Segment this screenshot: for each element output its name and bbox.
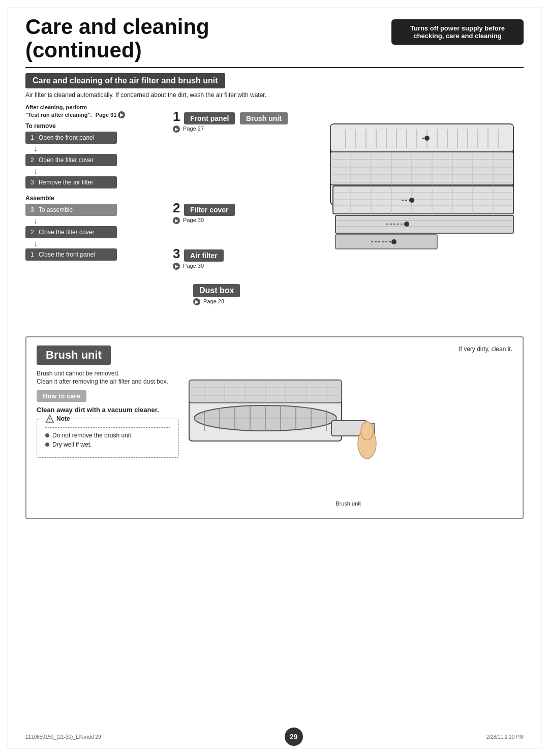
step-assemble-1: 1 Close the front panel [25,248,117,261]
svg-point-57 [49,421,50,422]
warning-box: Turns off power supply before checking, … [391,19,524,45]
svg-rect-18 [330,152,513,185]
brush-unit-desc-1: Brush unit cannot be removed. [37,370,179,377]
brush-unit-inner: Brush unit cannot be removed. Clean it a… [37,370,512,507]
brush-unit-right: Brush unit [184,370,512,507]
dust-box-label: Dust box ▶ Page 28 [193,284,240,305]
filter-cover-label: 2 Filter cover ▶ Page 30 [173,200,235,224]
page-number: 29 [285,728,303,746]
footer-left: 1110650159_(21-30)_EN.indd 29 [25,734,101,740]
svg-point-52 [409,198,414,203]
note-item-1: Do not remove the brush unit. [45,432,170,439]
page-title-block: Care and cleaning (continued) [25,15,209,62]
right-column: 1 Front panel Brush unit ▶ Page 27 2 Fil… [173,104,524,327]
bullet-icon-2 [45,443,49,447]
arrow-down-3: ↓ [34,217,165,225]
page-ref-arrow-icon-2: ▶ [173,217,180,224]
step-remove-2: 2 Open the filter cover [25,154,117,166]
after-cleaning-note: After cleaning, perform "Test run after … [25,104,165,118]
page-ref-arrow-icon: ▶ [118,111,125,118]
svg-point-53 [404,222,409,227]
page-footer: 1110650159_(21-30)_EN.indd 29 29 2/28/11… [0,728,549,746]
to-remove-label: To remove [25,122,165,130]
brush-unit-section: Brush unit If very dirty, clean it. Brus… [25,336,524,519]
brush-unit-illustration [184,370,377,497]
note-item-2: Dry well if wet. [45,441,170,448]
footer-right: 2/28/11 2:10 PM [486,734,524,740]
step-remove-1: 1 Open the front panel [25,132,117,144]
section-divider [25,67,524,68]
clean-instruction: Clean away dirt with a vacuum cleaner. [37,406,179,414]
page-ref-arrow-icon: ▶ [173,125,180,133]
page-subtitle: (continued) [25,39,209,62]
arrow-down-2: ↓ [34,167,165,175]
step-assemble-2: 2 Close the filter cover [25,226,117,238]
note-label: Note [42,414,73,423]
front-panel-label: 1 Front panel Brush unit ▶ Page 27 [173,109,288,133]
brush-unit-desc-2: Clean it after removing the air filter a… [37,378,179,385]
section-heading: Care and cleaning of the air filter and … [25,73,225,88]
bullet-icon-1 [45,433,49,437]
brush-unit-left: Brush unit cannot be removed. Clean it a… [37,370,179,507]
main-content: After cleaning, perform "Test run after … [25,104,524,327]
svg-rect-31 [333,186,513,214]
air-filter-label: 3 Air filter ▶ Page 30 [173,246,224,270]
how-to-care-label: How to care [37,390,86,402]
note-icon [45,414,54,423]
page-container: Care and cleaning (continued) Turns off … [0,0,549,756]
diagram-area: 1 Front panel Brush unit ▶ Page 27 2 Fil… [173,104,524,327]
if-dirty-note: If very dirty, clean it. [459,345,512,353]
page-ref-arrow-icon-3: ▶ [173,263,180,270]
page-ref-arrow-icon-4: ▶ [193,298,200,305]
svg-point-51 [424,136,430,141]
arrow-down-4: ↓ [34,239,165,247]
step-assemble-3: 3 To assemble [25,204,117,216]
note-box: Note Do not remove the brush unit. Dry w… [37,419,179,458]
section-description: Air filter is cleaned automatically. If … [25,91,524,99]
step-remove-3: 3 Remove the air filter [25,176,117,188]
arrow-down-1: ↓ [34,145,165,153]
svg-point-83 [361,422,373,440]
brush-unit-title: Brush unit [37,345,111,365]
ac-unit-diagram [305,104,524,322]
brush-unit-caption: Brush unit [184,500,512,507]
svg-point-54 [391,239,396,244]
header-row: Care and cleaning (continued) Turns off … [25,15,524,62]
page-title: Care and cleaning [25,15,209,39]
assemble-label: Assemble [25,195,165,202]
svg-rect-43 [336,215,513,233]
left-column: After cleaning, perform "Test run after … [25,104,173,327]
